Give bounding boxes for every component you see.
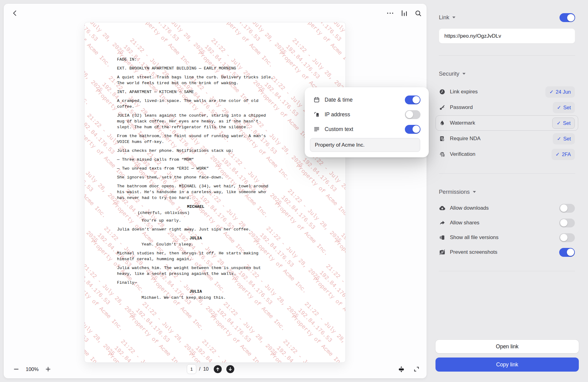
watermark-text: 21:22 - July 28, 2025 192.84.176.53 Prop… [268, 337, 339, 363]
watermark-text: 21:22 - July 28, 2025 192.84.176.53 Prop… [311, 262, 346, 333]
security-title-label: Security [439, 70, 459, 77]
cloud-download-icon [439, 205, 446, 212]
watermark-label: Watermark [450, 120, 475, 126]
chevron-left-icon [11, 9, 19, 17]
ip-address-toggle[interactable] [405, 110, 420, 119]
watermark-text: 21:22 - July 28, 2025 192.84.176.53 Prop… [289, 300, 346, 363]
security-row-require-nda[interactable]: Require NDA ✓Set [435, 131, 578, 146]
custom-text-toggle[interactable] [405, 125, 420, 134]
ip-address-label: IP address [325, 111, 350, 118]
security-row-watermark[interactable]: Watermark ✓Set [435, 115, 578, 131]
security-section-title[interactable]: Security [439, 70, 466, 77]
key-icon [439, 104, 446, 111]
require-nda-badge: ✓Set [553, 133, 575, 144]
link-settings-sidebar: Link Security Link expires ✓24 Jun Passw… [429, 0, 588, 382]
allow-downloads-toggle[interactable] [559, 204, 575, 213]
password-label: Password [450, 104, 473, 110]
allow-downloads-label: Allow downloads [450, 205, 489, 211]
watermark-text: 21:22 - July 28, 2025 192.84.176.53 Prop… [272, 187, 344, 258]
link-section-title[interactable]: Link [439, 14, 455, 21]
popover-row-date-time: Date & time [313, 95, 420, 105]
zoom-controls: 100% [9, 363, 56, 375]
camera-slash-icon [439, 249, 446, 256]
toggle-knob [560, 219, 567, 227]
prevent-screenshots-label: Prevent screenshots [450, 249, 497, 255]
viewer-tools [397, 363, 421, 375]
zoom-in-button[interactable] [43, 365, 53, 374]
script-action-line: Michael studies her, then shrugs it off.… [117, 250, 274, 262]
link-url-input[interactable] [439, 28, 575, 43]
script-paren-line: (cheerful, oblivious) [117, 210, 274, 216]
toggle-knob [567, 14, 575, 21]
security-row-link-expires[interactable]: Link expires ✓24 Jun [435, 84, 578, 99]
back-button[interactable] [10, 9, 20, 18]
scroll-mode-button[interactable] [397, 365, 406, 374]
droplet-icon [439, 120, 446, 126]
page-navigation: / 10 [187, 363, 234, 375]
fullscreen-button[interactable] [412, 365, 421, 374]
more-button[interactable] [386, 9, 395, 18]
show-all-file-versions-toggle[interactable] [559, 233, 575, 242]
open-link-button[interactable]: Open link [435, 340, 579, 353]
document-page: 21:22 - July 28, 2025 192.84.176.53 Prop… [84, 22, 346, 363]
check-icon: ✓ [557, 105, 561, 110]
script-dialog-line: You’re up early. [117, 218, 274, 223]
nda-icon [439, 135, 446, 142]
copy-link-button[interactable]: Copy link [435, 358, 579, 372]
script-action-line: A cramped, lived-in space. The walls are… [117, 98, 274, 110]
ellipsis-icon [386, 9, 394, 17]
arrow-up-circle-icon [214, 365, 222, 373]
popover-row-custom-text: Custom text [313, 124, 420, 134]
calendar-icon [313, 96, 320, 103]
analytics-button[interactable] [400, 9, 409, 18]
watermark-text: 21:22 - July 28, 2025 192.84.176.53 Prop… [332, 224, 346, 296]
page-total: 10 [203, 366, 209, 372]
script-action-line: Julia watches him. The weight between th… [117, 265, 274, 277]
watermark-text: 21:22 - July 28, 2025 192.84.176.53 Prop… [298, 22, 346, 70]
verification-label: Verification [450, 151, 475, 157]
watermark-text: 21:22 - July 28, 2025 192.84.176.53 Prop… [105, 337, 177, 363]
page-number-input[interactable] [187, 364, 196, 374]
permissions-section-title[interactable]: Permissions [439, 189, 476, 195]
permission-row-allow-downloads: Allow downloads [435, 201, 578, 215]
script-dialog-line: Michael. We can’t keep doing this. [117, 295, 274, 301]
chevron-down-icon [462, 73, 466, 75]
divider [439, 173, 575, 174]
custom-text-label: Custom text [325, 126, 353, 133]
watermark-text: 21:22 - July 28, 2025 192.84.176.53 Prop… [187, 337, 258, 363]
plus-icon [45, 366, 51, 373]
toggle-knob [413, 96, 420, 103]
allow-shares-toggle[interactable] [559, 219, 575, 227]
security-rows: Link expires ✓24 Jun Password ✓Set Water… [435, 84, 578, 162]
next-page-button[interactable] [226, 365, 234, 373]
security-row-password[interactable]: Password ✓Set [435, 100, 578, 115]
previous-page-button[interactable] [214, 365, 222, 373]
search-button[interactable] [413, 9, 423, 18]
zoom-level: 100% [26, 366, 39, 372]
script-action-line: Finally— [117, 280, 274, 286]
script-action-line: A quiet street. Trash bags line the curb… [117, 74, 274, 86]
script-action-line: FADE IN: [117, 57, 274, 62]
minus-icon [13, 366, 20, 373]
chevron-down-icon [452, 17, 455, 18]
security-row-verification[interactable]: Verification ✓2FA [435, 147, 578, 162]
clock-icon [439, 88, 446, 95]
share-icon [439, 219, 446, 226]
custom-text-input[interactable] [310, 138, 420, 152]
link-enabled-toggle[interactable] [560, 13, 575, 22]
check-icon: ✓ [556, 120, 561, 126]
versions-icon [439, 234, 446, 241]
arrow-down-circle-icon [226, 365, 234, 373]
script-scene-line: EXT. BROOKLYN APARTMENT BUILDING — EARLY… [117, 66, 274, 71]
scroll-mode-icon [397, 365, 405, 373]
allow-shares-label: Allow shares [450, 220, 479, 226]
zoom-out-button[interactable] [12, 365, 21, 374]
check-icon: ✓ [549, 89, 554, 95]
prevent-screenshots-toggle[interactable] [559, 248, 575, 257]
script-action-line: From the bathroom, the faint sound of ru… [117, 133, 274, 145]
link-title-label: Link [439, 14, 449, 21]
date-time-toggle[interactable] [405, 96, 420, 104]
script-scene-line: INT. APARTMENT — KITCHEN — SAME [117, 89, 274, 95]
password-badge: ✓Set [553, 102, 575, 113]
bar-chart-icon [400, 9, 408, 17]
